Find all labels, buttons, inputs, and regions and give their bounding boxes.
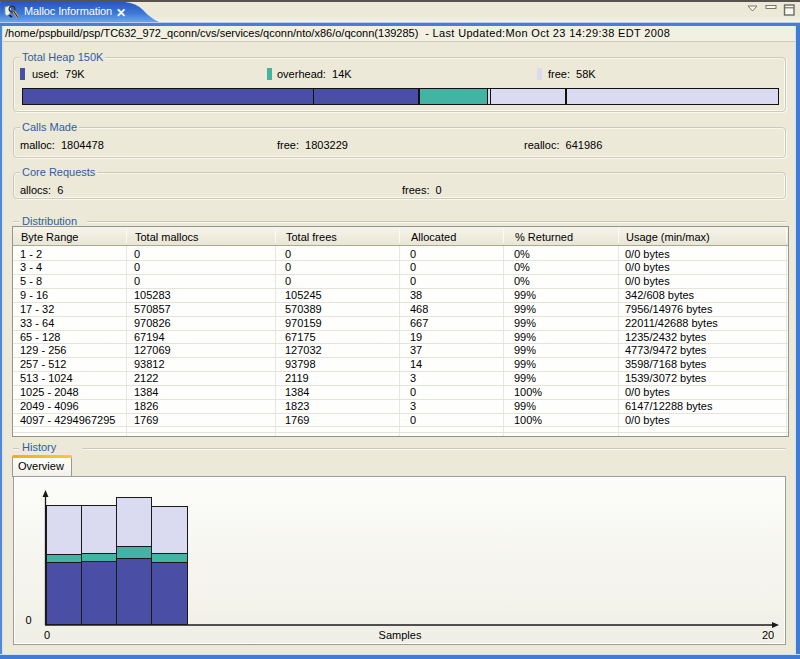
svg-text:Samples: Samples	[379, 629, 422, 641]
svg-text:20: 20	[762, 629, 774, 641]
svg-text:0: 0	[44, 629, 50, 641]
svg-text:0: 0	[25, 614, 31, 626]
